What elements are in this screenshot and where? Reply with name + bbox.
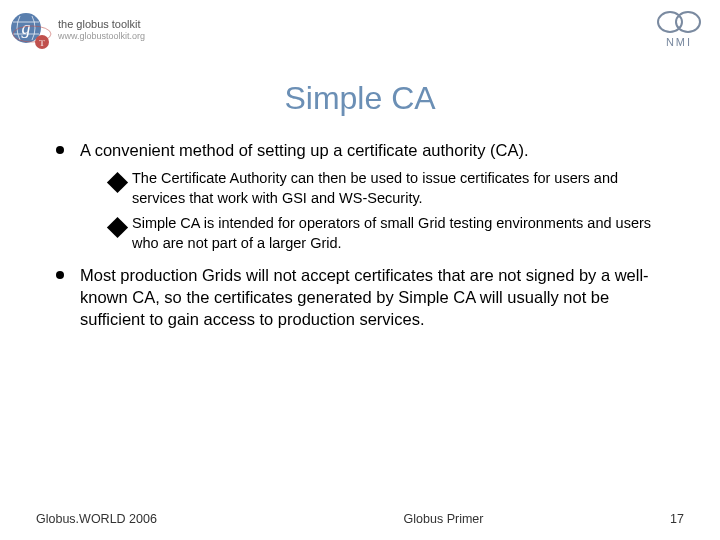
bullet-list: A convenient method of setting up a cert… [52, 139, 670, 330]
bullet-text: Most production Grids will not accept ce… [80, 266, 649, 329]
footer-page-number: 17 [670, 512, 684, 526]
svg-text:g: g [22, 18, 31, 38]
bullet-text: Simple CA is intended for operators of s… [132, 215, 651, 251]
list-item: A convenient method of setting up a cert… [52, 139, 670, 254]
globus-logo-text: the globus toolkit www.globustoolkit.org [58, 19, 145, 41]
globus-url: www.globustoolkit.org [58, 32, 145, 41]
svg-text:T: T [39, 38, 45, 48]
slide-body: A convenient method of setting up a cert… [0, 139, 720, 330]
nmi-logo-icon [656, 10, 702, 34]
sub-bullet-list: The Certificate Authority can then be us… [80, 169, 670, 253]
list-item: Simple CA is intended for operators of s… [80, 214, 670, 253]
bullet-text: A convenient method of setting up a cert… [80, 141, 529, 159]
list-item: Most production Grids will not accept ce… [52, 264, 670, 331]
globus-logo: g T the globus toolkit www.globustoolkit… [8, 8, 145, 52]
svg-point-6 [676, 12, 700, 32]
nmi-logo: NMI [656, 10, 702, 48]
globus-toolkit-label: the globus toolkit [58, 19, 145, 30]
bullet-text: The Certificate Authority can then be us… [132, 170, 618, 206]
list-item: The Certificate Authority can then be us… [80, 169, 670, 208]
slide-footer: Globus.WORLD 2006 Globus Primer 17 [0, 512, 720, 526]
nmi-label: NMI [666, 36, 692, 48]
footer-center: Globus Primer [157, 512, 670, 526]
footer-left: Globus.WORLD 2006 [36, 512, 157, 526]
slide-header: g T the globus toolkit www.globustoolkit… [0, 0, 720, 60]
slide-title: Simple CA [0, 80, 720, 117]
globus-logo-icon: g T [8, 8, 52, 52]
